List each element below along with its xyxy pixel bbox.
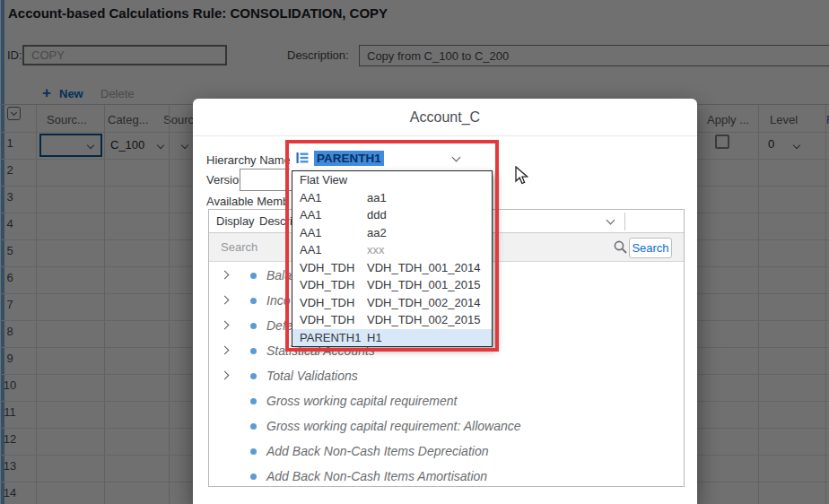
hierarchy-option[interactable]: VDH_TDHVDH_TDH_002_2014 bbox=[292, 294, 492, 312]
search-input[interactable]: Search bbox=[221, 240, 257, 254]
option-name: PARENTH1 bbox=[300, 329, 361, 347]
member-dot-icon bbox=[250, 398, 257, 404]
member-dot-icon bbox=[250, 298, 257, 304]
hierarchy-option[interactable]: AA1aa2 bbox=[292, 224, 492, 242]
tree-item-label: Total Validations bbox=[266, 363, 358, 388]
tree-item-label: Inco bbox=[266, 288, 290, 313]
option-name: VDH_TDH bbox=[300, 311, 354, 329]
tree-item-label: Gross working capital requirement: Allow… bbox=[266, 413, 521, 439]
option-name: VDH_TDH bbox=[300, 294, 354, 312]
option-name: VDH_TDH bbox=[300, 259, 354, 277]
hierarchy-dropdown-list: Flat ViewAA1aa1AA1dddAA1aa2AA1xxxVDH_TDH… bbox=[292, 170, 493, 347]
option-description: VDH_TDH_001_2015 bbox=[367, 276, 480, 294]
tree-item[interactable]: Total Validations bbox=[209, 363, 684, 388]
hierarchy-option[interactable]: AA1aa1 bbox=[292, 189, 492, 207]
option-description: H1 bbox=[367, 329, 382, 347]
tree-item-label: Gross working capital requirement bbox=[266, 388, 457, 413]
option-name: AA1 bbox=[300, 224, 322, 242]
option-name: Flat View bbox=[300, 171, 347, 189]
divider bbox=[624, 213, 625, 230]
option-description: VDH_TDH_001_2014 bbox=[367, 259, 480, 277]
search-button[interactable]: Search bbox=[629, 238, 672, 258]
expand-chevron-icon[interactable] bbox=[221, 346, 230, 355]
expand-chevron-icon[interactable] bbox=[221, 371, 230, 380]
expand-chevron-icon[interactable] bbox=[221, 321, 230, 330]
available-members-label: Available Memb bbox=[206, 195, 289, 208]
option-description: VDH_TDH_002_2015 bbox=[367, 311, 480, 329]
member-dot-icon bbox=[250, 448, 257, 455]
tree-item[interactable]: Gross working capital requirement: Allow… bbox=[209, 413, 684, 439]
hierarchy-option[interactable]: PARENTH1H1 bbox=[292, 329, 492, 347]
hierarchy-option[interactable]: VDH_TDHVDH_TDH_002_2015 bbox=[292, 311, 492, 329]
option-description: aa1 bbox=[367, 189, 387, 207]
tree-item-label: Bala bbox=[266, 263, 292, 288]
option-name: AA1 bbox=[300, 206, 322, 224]
search-icon[interactable] bbox=[613, 239, 629, 256]
hierarchy-option[interactable]: AA1ddd bbox=[292, 206, 492, 224]
option-name: VDH_TDH bbox=[300, 276, 354, 294]
tree-item[interactable]: Add Back Non-Cash Items Depreciation bbox=[209, 439, 684, 464]
expand-chevron-icon[interactable] bbox=[221, 296, 230, 305]
expand-chevron-icon[interactable] bbox=[221, 271, 230, 280]
combobox-chevron-icon[interactable] bbox=[452, 153, 461, 162]
tree-item-label: Defe bbox=[266, 313, 293, 338]
screen: Account-based Calculations Rule: CONSOLI… bbox=[0, 0, 829, 504]
option-description: xxx bbox=[367, 241, 385, 259]
option-name: AA1 bbox=[300, 241, 322, 259]
hierarchy-option[interactable]: VDH_TDHVDH_TDH_001_2015 bbox=[292, 276, 492, 294]
member-dot-icon bbox=[250, 373, 257, 379]
hierarchy-option[interactable]: Flat View bbox=[292, 171, 492, 189]
hierarchy-icon bbox=[295, 151, 310, 165]
option-description: aa2 bbox=[367, 224, 387, 242]
option-description: ddd bbox=[367, 206, 387, 224]
dialog-title: Account_C bbox=[193, 99, 697, 136]
hierarchy-combobox-value: PARENTH1 bbox=[314, 151, 384, 166]
hierarchy-name-label: Hierarchy Name bbox=[206, 153, 291, 167]
hierarchy-combobox[interactable]: PARENTH1 bbox=[290, 145, 494, 170]
member-dot-icon bbox=[250, 423, 257, 430]
member-dot-icon bbox=[250, 348, 257, 354]
hierarchy-option[interactable]: AA1xxx bbox=[292, 241, 492, 259]
display-dropdown-icon[interactable] bbox=[606, 216, 615, 225]
tab-display[interactable]: Display bbox=[216, 214, 255, 228]
member-dot-icon bbox=[250, 323, 257, 329]
hierarchy-option[interactable]: VDH_TDHVDH_TDH_001_2014 bbox=[292, 259, 492, 277]
option-description: VDH_TDH_002_2014 bbox=[367, 294, 480, 312]
tree-item-label: Add Back Non-Cash Items Amortisation bbox=[266, 464, 487, 489]
tree-item[interactable]: Gross working capital requirement bbox=[209, 388, 684, 413]
tree-item-label: Add Back Non-Cash Items Depreciation bbox=[266, 439, 488, 464]
member-dot-icon bbox=[250, 474, 257, 480]
account-dialog: Account_C Hierarchy Name Version Availab… bbox=[193, 99, 697, 504]
member-dot-icon bbox=[250, 273, 257, 279]
tree-item[interactable]: Add Back Non-Cash Items Amortisation bbox=[209, 464, 684, 489]
option-name: AA1 bbox=[300, 189, 322, 207]
